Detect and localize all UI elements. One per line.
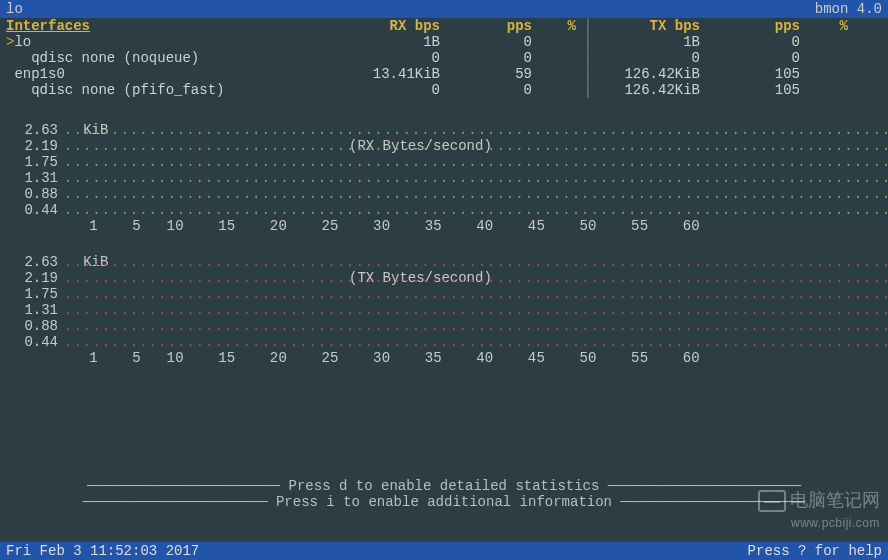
- header-pct-1: %: [532, 18, 576, 34]
- title-bar: lo bmon 4.0: [0, 0, 888, 18]
- header-rx-bps: RX bps: [344, 18, 440, 34]
- row-label: enp1s0: [0, 66, 344, 82]
- footer-timestamp: Fri Feb 3 11:52:03 2017: [6, 542, 199, 560]
- title-left: lo: [6, 0, 23, 18]
- cell-tx-bps: 1B: [596, 34, 700, 50]
- header-interfaces: Interfaces: [0, 18, 344, 34]
- table-row[interactable]: qdisc none (pfifo_fast) 0 0 │ 126.42KiB …: [0, 82, 888, 98]
- row-label: qdisc none (pfifo_fast): [0, 82, 344, 98]
- cell-pct-2: [800, 34, 848, 50]
- tx-dotline: ........................................…: [64, 254, 888, 270]
- rx-chart: KiB (RX Bytes/second) 2.63..............…: [10, 106, 878, 234]
- header-tx-bps: TX bps: [596, 18, 700, 34]
- charts-area: KiB (RX Bytes/second) 2.63..............…: [0, 98, 888, 366]
- hint-additional: ────────────────────── Press i to enable…: [0, 494, 888, 510]
- header-sep: │: [576, 18, 596, 34]
- header-pps-1: pps: [440, 18, 532, 34]
- cell-rx-bps: 1B: [344, 34, 440, 50]
- footer-help-hint: Press ? for help: [748, 542, 882, 560]
- tx-chart: KiB (TX Bytes/second) 2.63..............…: [10, 238, 878, 366]
- row-label: >lo: [0, 34, 344, 50]
- row-label: qdisc none (noqueue): [0, 50, 344, 66]
- header-pps-2: pps: [700, 18, 800, 34]
- header-pct-2: %: [800, 18, 848, 34]
- hint-detailed: ─────────────────────── Press d to enabl…: [0, 478, 888, 494]
- cell-pps-1: 0: [440, 34, 532, 50]
- rx-dotline: ........................................…: [64, 122, 888, 138]
- cell-pps-2: 0: [700, 34, 800, 50]
- table-row[interactable]: >lo 1B 0 │ 1B 0: [0, 34, 888, 50]
- table-row[interactable]: qdisc none (noqueue) 0 0 │ 0 0: [0, 50, 888, 66]
- title-right: bmon 4.0: [815, 0, 882, 18]
- tx-xaxis: 1 5 10 15 20 25 30 35 40 45 50 55 60: [10, 350, 878, 366]
- cell-pct-1: [532, 34, 576, 50]
- rx-xaxis: 1 5 10 15 20 25 30 35 40 45 50 55 60: [10, 218, 878, 234]
- hints: ─────────────────────── Press d to enabl…: [0, 478, 888, 510]
- status-bar: Fri Feb 3 11:52:03 2017 Press ? for help: [0, 542, 888, 560]
- table-row[interactable]: enp1s0 13.41KiB 59 │ 126.42KiB 105: [0, 66, 888, 82]
- table-header: Interfaces RX bps pps % │ TX bps pps %: [0, 18, 888, 34]
- cell-sep: │: [576, 34, 596, 50]
